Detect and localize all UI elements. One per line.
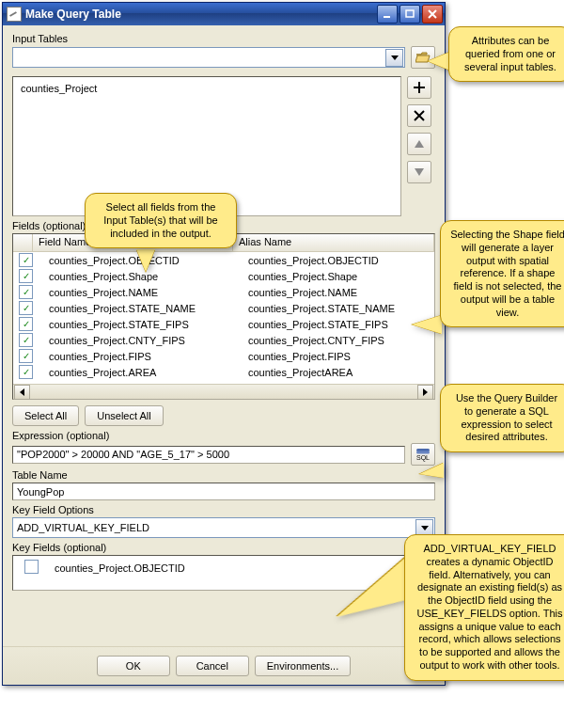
table-row[interactable]: ✓counties_Project.FIPScounties_Project.F… <box>13 348 434 364</box>
callout-query-builder: Use the Query Builder to generate a SQL … <box>440 384 564 452</box>
ok-button[interactable]: OK <box>97 656 170 676</box>
key-field-options-combo[interactable]: ADD_VIRTUAL_KEY_FIELD <box>12 517 435 538</box>
environments-button[interactable]: Environments... <box>255 656 351 676</box>
field-name-cell: counties_Project.STATE_FIPS <box>43 319 243 330</box>
plus-icon <box>413 81 426 94</box>
scroll-left-button[interactable] <box>14 385 30 400</box>
checkbox[interactable]: ✓ <box>19 333 33 347</box>
field-name-cell: counties_Project.AREA <box>43 367 243 378</box>
callout-input-tables: Attributes can be queried from one or se… <box>448 26 564 82</box>
col-alias-name[interactable]: Alias Name <box>233 234 434 251</box>
checkbox[interactable]: ✓ <box>19 317 33 331</box>
callout-shape-field: Selecting the Shape field will generate … <box>440 220 564 327</box>
alias-name-cell: counties_Project.NAME <box>243 287 434 298</box>
sql-label: SQL <box>416 454 430 461</box>
field-name-cell: counties_Project.NAME <box>43 287 243 298</box>
minimize-button[interactable] <box>377 5 398 24</box>
input-tables-combo[interactable] <box>12 47 405 68</box>
svg-rect-1 <box>406 10 414 17</box>
alias-name-cell: counties_Project.Shape <box>243 271 434 282</box>
alias-name-cell: counties_Project.FIPS <box>243 351 434 362</box>
expression-input[interactable] <box>12 446 405 464</box>
table-row[interactable]: ✓counties_Project.CNTY_FIPScounties_Proj… <box>13 332 434 348</box>
cancel-button[interactable]: Cancel <box>176 656 249 676</box>
alias-name-cell: counties_Project.OBJECTID <box>243 255 434 266</box>
field-name-cell: counties_Project.Shape <box>43 271 243 282</box>
expression-label: Expression (optional) <box>12 430 435 441</box>
alias-name-cell: counties_Project.STATE_FIPS <box>243 319 434 330</box>
table-name-label: Table Name <box>12 469 435 481</box>
checkbox[interactable]: ✓ <box>19 253 33 267</box>
fields-grid[interactable]: Field Name Alias Name ✓counties_Project.… <box>12 233 435 400</box>
table-row[interactable]: ✓counties_Project.Shapecounties_Project.… <box>13 268 434 284</box>
alias-name-cell: counties_Project.STATE_NAME <box>243 303 434 314</box>
dialog-footer: OK Cancel Environments... <box>3 646 445 685</box>
arrow-down-icon <box>415 168 424 176</box>
close-button[interactable] <box>422 5 443 24</box>
checkbox[interactable]: ✓ <box>19 285 33 299</box>
table-row[interactable]: ✓counties_Project.NAMEcounties_Project.N… <box>13 284 434 300</box>
list-item[interactable]: counties_Project <box>21 83 393 94</box>
titlebar[interactable]: Make Query Table <box>3 3 445 25</box>
x-icon <box>414 110 425 121</box>
maximize-button[interactable] <box>400 5 420 24</box>
key-field-options-label: Key Field Options <box>12 504 435 515</box>
field-name-cell: counties_Project.FIPS <box>43 351 243 362</box>
field-name-cell: counties_Project.CNTY_FIPS <box>43 335 243 346</box>
checkbox[interactable]: ✓ <box>19 301 33 315</box>
svg-rect-0 <box>384 16 390 18</box>
alias-name-cell: counties_Project.CNTY_FIPS <box>243 335 434 346</box>
table-name-input[interactable] <box>12 483 435 500</box>
combo-dropdown-icon[interactable] <box>385 49 403 67</box>
arrow-up-icon <box>415 140 424 148</box>
horizontal-scrollbar[interactable] <box>13 384 434 400</box>
table-row[interactable]: ✓counties_Project.AREAcounties_ProjectAR… <box>13 364 434 380</box>
field-name-cell: counties_Project.STATE_NAME <box>43 303 243 314</box>
input-tables-label: Input Tables <box>12 33 435 44</box>
checkbox[interactable]: ✓ <box>19 349 33 363</box>
table-row[interactable]: ✓counties_Project.STATE_NAMEcounties_Pro… <box>13 300 434 316</box>
callout-select-fields: Select all fields from the Input Table(s… <box>85 193 237 248</box>
add-button[interactable] <box>407 76 431 99</box>
move-down-button[interactable] <box>407 161 431 183</box>
move-up-button[interactable] <box>407 133 431 155</box>
window-title: Make Query Table <box>25 8 121 21</box>
callout-key-field: ADD_VIRTUAL_KEY_FIELD creates a dynamic … <box>404 534 564 681</box>
checkbox[interactable]: ✓ <box>19 365 33 379</box>
unselect-all-button[interactable]: Unselect All <box>85 405 163 426</box>
key-fields-label: Key Fields (optional) <box>12 542 435 553</box>
select-all-button[interactable]: Select All <box>12 405 79 426</box>
app-icon <box>7 7 22 22</box>
remove-button[interactable] <box>407 104 431 127</box>
table-row[interactable]: ✓counties_Project.OBJECTIDcounties_Proje… <box>13 252 434 268</box>
checkbox[interactable]: ✓ <box>19 269 33 283</box>
table-row[interactable]: ✓counties_Project.STATE_FIPScounties_Pro… <box>13 316 434 332</box>
scroll-right-button[interactable] <box>417 385 433 400</box>
checkbox[interactable] <box>24 560 39 574</box>
alias-name-cell: counties_ProjectAREA <box>243 367 434 378</box>
key-field-options-value: ADD_VIRTUAL_KEY_FIELD <box>13 522 415 533</box>
